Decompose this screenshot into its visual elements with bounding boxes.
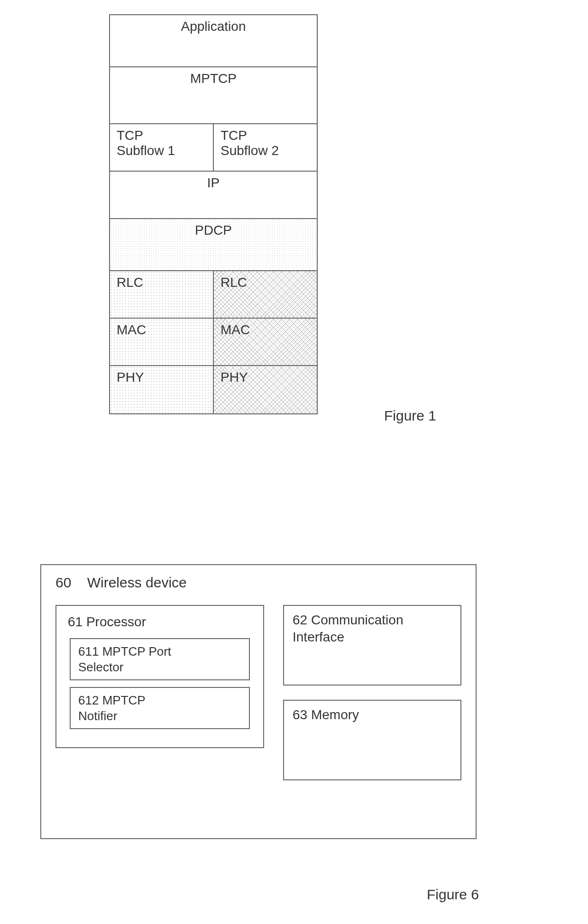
layer-application-label: Application	[110, 15, 317, 66]
layer-pdcp: PDCP	[110, 219, 317, 271]
processor-box: 61 Processor 611 MPTCP Port Selector 612…	[55, 605, 264, 748]
layer-application: Application	[110, 15, 317, 67]
device-col-left: 61 Processor 611 MPTCP Port Selector 612…	[55, 605, 264, 748]
layer-ip: IP	[110, 172, 317, 219]
wireless-device-ref: 60	[55, 575, 71, 590]
figure-6-caption: Figure 6	[427, 887, 479, 903]
layer-phy: PHY PHY	[110, 366, 317, 413]
layer-phy-right-label: PHY	[214, 366, 317, 413]
mptcp-port-selector-box: 611 MPTCP Port Selector	[70, 638, 250, 680]
layer-rlc-right-label: RLC	[214, 271, 317, 318]
layer-mac: MAC MAC	[110, 319, 317, 366]
processor-title: 61 Processor	[68, 614, 254, 630]
layer-ip-label: IP	[110, 172, 317, 218]
layer-mptcp-label: MPTCP	[110, 67, 317, 123]
mptcp-notifier-box: 612 MPTCP Notifier	[70, 687, 250, 729]
layer-subflow-2-label: TCP Subflow 2	[214, 124, 317, 171]
layer-phy-left-label: PHY	[110, 366, 214, 413]
layer-rlc: RLC RLC	[110, 271, 317, 319]
device-inner-row: 61 Processor 611 MPTCP Port Selector 612…	[55, 605, 461, 780]
layer-mac-right-label: MAC	[214, 319, 317, 365]
mptcp-notifier-ref: 612	[78, 693, 99, 707]
protocol-stack: Application MPTCP TCP Subflow 1 TCP Subf…	[109, 14, 318, 414]
layer-mptcp: MPTCP	[110, 67, 317, 124]
layer-subflow-1-label: TCP Subflow 1	[110, 124, 214, 171]
figure-1-caption: Figure 1	[384, 408, 436, 424]
wireless-device-box: 60 Wireless device 61 Processor 611 MPTC…	[40, 564, 477, 839]
layer-rlc-left-label: RLC	[110, 271, 214, 318]
mptcp-port-selector-ref: 611	[78, 644, 99, 659]
communication-interface-label: Communication Interface	[293, 613, 403, 644]
processor-ref: 61	[68, 614, 83, 629]
communication-interface-ref: 62	[293, 613, 307, 627]
memory-label: Memory	[311, 707, 359, 722]
wireless-device-title: 60 Wireless device	[55, 575, 461, 591]
processor-label: Processor	[86, 614, 146, 629]
wireless-device-label: Wireless device	[87, 575, 187, 590]
figure-6-diagram: 60 Wireless device 61 Processor 611 MPTC…	[40, 564, 477, 839]
figure-1-stack: Application MPTCP TCP Subflow 1 TCP Subf…	[109, 14, 318, 414]
layer-tcp-subflows: TCP Subflow 1 TCP Subflow 2	[110, 124, 317, 172]
layer-mac-left-label: MAC	[110, 319, 214, 365]
communication-interface-box: 62 Communication Interface	[283, 605, 461, 686]
layer-pdcp-label: PDCP	[110, 219, 317, 270]
memory-box: 63 Memory	[283, 700, 461, 780]
device-col-right: 62 Communication Interface 63 Memory	[283, 605, 461, 780]
memory-ref: 63	[293, 707, 307, 722]
